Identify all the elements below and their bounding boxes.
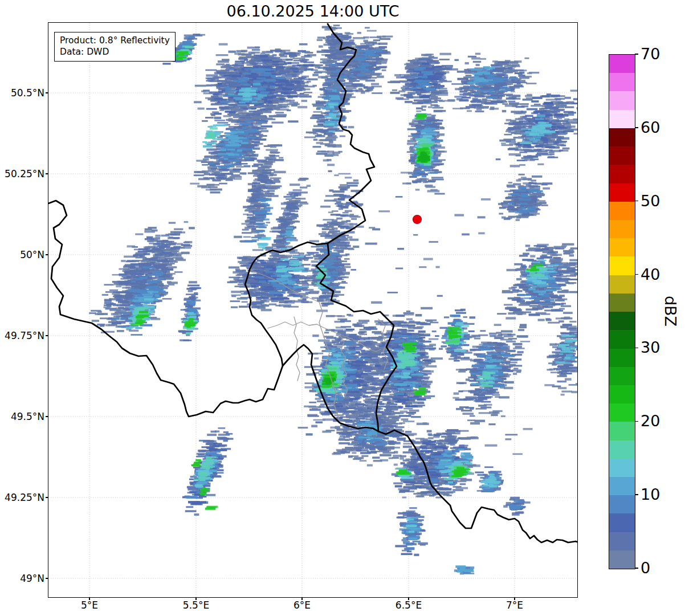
legend-data-line: Data: DWD bbox=[60, 46, 170, 58]
colorbar-tick-mark bbox=[635, 421, 638, 422]
colorbar-tick-mark bbox=[635, 348, 638, 349]
colorbar-band bbox=[609, 293, 635, 312]
x-tick-label: 5.5°E bbox=[170, 599, 222, 611]
colorbar-band bbox=[609, 495, 635, 513]
colorbar-band bbox=[609, 238, 635, 256]
colorbar-tick-label: 0 bbox=[641, 558, 680, 578]
colorbar-tick-label: 10 bbox=[641, 485, 680, 504]
x-tick-label: 6°E bbox=[276, 599, 328, 611]
colorbar-unit-label: dBZ bbox=[662, 296, 679, 327]
y-tick-label: 50.25°N bbox=[0, 168, 44, 180]
colorbar-band bbox=[609, 146, 635, 165]
radar-figure: 06.10.2025 14:00 UTC Product: 0.8° Refle… bbox=[0, 0, 685, 616]
y-tick-label: 50°N bbox=[0, 249, 44, 260]
y-tick-label: 49.25°N bbox=[0, 492, 44, 503]
colorbar-band bbox=[609, 183, 635, 202]
colorbar bbox=[609, 54, 635, 569]
legend-product-line: Product: 0.8° Reflectivity bbox=[60, 35, 170, 46]
colorbar-band bbox=[609, 91, 635, 109]
y-tick-mark bbox=[46, 497, 48, 497]
colorbar-tick-mark bbox=[635, 127, 638, 128]
x-tick-mark bbox=[408, 597, 409, 600]
y-tick-label: 50.5°N bbox=[0, 87, 44, 99]
colorbar-band bbox=[609, 330, 635, 348]
colorbar-band bbox=[609, 403, 635, 422]
colorbar-band bbox=[609, 550, 635, 569]
colorbar-tick-mark bbox=[635, 274, 638, 275]
x-tick-label: 5°E bbox=[64, 599, 115, 611]
y-tick-label: 49°N bbox=[0, 573, 44, 584]
colorbar-band bbox=[609, 513, 635, 532]
y-tick-label: 49.75°N bbox=[0, 330, 44, 341]
colorbar-tick-label: 40 bbox=[641, 265, 680, 284]
colorbar-band bbox=[609, 385, 635, 403]
x-tick-label: 6.5°E bbox=[383, 599, 434, 611]
colorbar-band bbox=[609, 165, 635, 183]
colorbar-band bbox=[609, 220, 635, 238]
y-tick-mark bbox=[46, 254, 48, 255]
colorbar-band bbox=[609, 128, 635, 146]
colorbar-band bbox=[609, 312, 635, 330]
y-tick-mark bbox=[46, 173, 48, 174]
colorbar-band bbox=[609, 459, 635, 477]
x-tick-mark bbox=[195, 597, 196, 600]
radar-map-canvas bbox=[48, 23, 577, 597]
colorbar-tick-mark bbox=[635, 568, 638, 569]
y-tick-mark bbox=[46, 578, 48, 578]
colorbar-band bbox=[609, 367, 635, 385]
colorbar-band bbox=[609, 440, 635, 459]
x-tick-mark bbox=[89, 597, 89, 600]
colorbar-tick-label: 20 bbox=[641, 411, 680, 431]
colorbar-tick-mark bbox=[635, 494, 638, 495]
colorbar-band bbox=[609, 532, 635, 550]
colorbar-band bbox=[609, 256, 635, 275]
x-tick-mark bbox=[514, 597, 515, 600]
colorbar-tick-mark bbox=[635, 201, 638, 202]
colorbar-tick-mark bbox=[635, 54, 638, 55]
colorbar-tick-label: 30 bbox=[641, 338, 680, 357]
colorbar-band bbox=[609, 202, 635, 220]
colorbar-band bbox=[609, 55, 635, 73]
colorbar-band bbox=[609, 73, 635, 91]
colorbar-tick-label: 60 bbox=[641, 118, 680, 137]
y-tick-mark bbox=[46, 335, 48, 336]
colorbar-tick-label: 70 bbox=[641, 44, 680, 64]
colorbar-band bbox=[609, 422, 635, 440]
figure-title: 06.10.2025 14:00 UTC bbox=[48, 2, 577, 20]
x-tick-mark bbox=[301, 597, 302, 600]
colorbar-band bbox=[609, 110, 635, 128]
colorbar-tick-label: 50 bbox=[641, 191, 680, 211]
colorbar-band bbox=[609, 477, 635, 495]
y-tick-label: 49.5°N bbox=[0, 411, 44, 422]
colorbar-band bbox=[609, 349, 635, 367]
colorbar-band bbox=[609, 275, 635, 293]
x-tick-label: 7°E bbox=[489, 599, 540, 611]
y-tick-mark bbox=[46, 92, 48, 93]
map-legend: Product: 0.8° Reflectivity Data: DWD bbox=[54, 32, 176, 62]
y-tick-mark bbox=[46, 416, 48, 417]
